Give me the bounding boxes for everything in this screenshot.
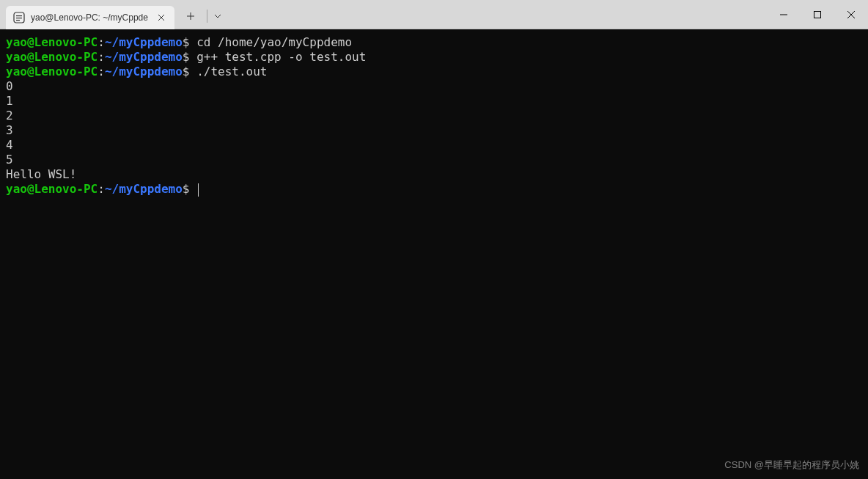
tab-title: yao@Lenovo-PC: ~/myCppde [31,12,150,23]
prompt-colon: : [98,182,105,196]
prompt-dollar: $ [183,50,190,64]
tab-active[interactable]: yao@Lenovo-PC: ~/myCppde [6,6,174,29]
window-controls [767,0,868,29]
output-line: 2 [6,109,862,123]
tab-distro-icon [13,12,25,23]
svg-rect-9 [814,11,821,18]
new-tab-button[interactable] [179,4,202,28]
prompt-path: ~/myCppdemo [105,182,183,196]
command-text: ./test.out [196,65,267,78]
output-line: 0 [6,79,862,94]
output-line: 1 [6,94,862,109]
output-line: 4 [6,138,862,153]
svg-rect-1 [16,15,22,16]
maximize-button[interactable] [801,0,834,29]
terminal-line: yao@Lenovo-PC:~/myCppdemo$ [6,182,862,197]
svg-rect-2 [16,18,22,18]
terminal-content[interactable]: yao@Lenovo-PC:~/myCppdemo$ cd /home/yao/… [0,29,868,202]
command-text: g++ test.cpp -o test.out [196,50,366,64]
prompt-user: yao@Lenovo-PC [6,50,98,64]
terminal-line: yao@Lenovo-PC:~/myCppdemo$ cd /home/yao/… [6,35,862,50]
window-titlebar: yao@Lenovo-PC: ~/myCppde [0,0,868,29]
prompt-path: ~/myCppdemo [105,50,183,64]
output-line: Hello WSL! [6,167,862,182]
output-line: 5 [6,153,862,167]
prompt-user: yao@Lenovo-PC [6,35,98,49]
prompt-path: ~/myCppdemo [105,35,183,49]
prompt-colon: : [98,35,105,49]
svg-rect-3 [16,20,20,21]
terminal-line: yao@Lenovo-PC:~/myCppdemo$ g++ test.cpp … [6,50,862,65]
tab-dropdown-button[interactable] [207,4,228,28]
command-text: cd /home/yao/myCppdemo [196,35,352,49]
terminal-line: yao@Lenovo-PC:~/myCppdemo$ ./test.out [6,65,862,79]
prompt-path: ~/myCppdemo [105,65,183,78]
minimize-button[interactable] [767,0,801,29]
prompt-user: yao@Lenovo-PC [6,65,98,78]
cursor [198,183,199,197]
prompt-user: yao@Lenovo-PC [6,182,98,196]
prompt-dollar: $ [183,65,190,78]
watermark-text: CSDN @早睡早起的程序员小姚 [724,458,859,472]
close-button[interactable] [834,0,868,29]
prompt-dollar: $ [183,35,190,49]
prompt-dollar: $ [183,182,190,196]
tab-close-button[interactable] [155,12,167,23]
prompt-colon: : [98,50,105,64]
output-line: 3 [6,123,862,138]
prompt-colon: : [98,65,105,78]
